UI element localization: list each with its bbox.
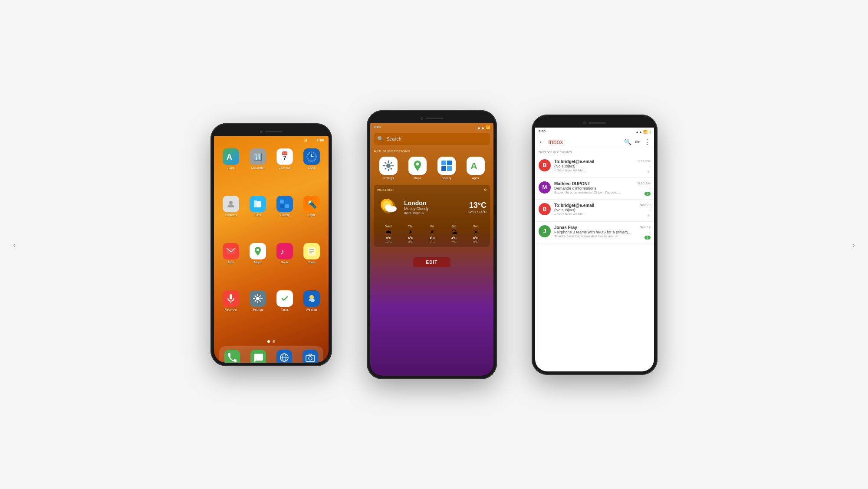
email-item-2[interactable]: M Mathieu DUPONT Demande d'informations … [535, 178, 654, 200]
svg-text:A: A [470, 161, 477, 171]
phones-container: 📶 7:00 A Apps 🔢 [0, 93, 868, 397]
phone-1: 📶 7:00 A Apps 🔢 [210, 123, 332, 366]
edit-button[interactable]: EDIT [413, 257, 451, 267]
phone3-status-icons: ▲▲ 📶 🔋 [635, 129, 651, 134]
email-badge-2: 3 [644, 192, 651, 196]
email-read-3: 👁 [647, 213, 651, 218]
app-clock[interactable]: Clock [300, 148, 323, 192]
messages-icon [250, 350, 266, 363]
weather-desc: Mostly Cloudy [404, 207, 464, 211]
svg-rect-39 [447, 166, 452, 171]
app-mail[interactable]: Mail [219, 243, 243, 287]
forecast-thu-icon: ☀ [408, 229, 414, 236]
svg-text:♪: ♪ [280, 247, 284, 256]
app-settings[interactable]: Settings [246, 290, 270, 334]
svg-point-35 [416, 162, 419, 165]
app-recorder[interactable]: Recorder [219, 290, 243, 334]
phone-3: 9:00 ▲▲ 📶 🔋 ← Inbox 🔍 ✏ ⋮ Next poll in 2… [532, 115, 658, 375]
search-email-icon[interactable]: 🔍 [624, 138, 631, 145]
phone3-screen: 9:00 ▲▲ 📶 🔋 ← Inbox 🔍 ✏ ⋮ Next poll in 2… [535, 128, 654, 371]
app-files[interactable]: Files [246, 196, 270, 240]
phone1-app-grid: A Apps 🔢 Calculator MAY [214, 144, 329, 338]
phone3-top-bar [535, 118, 654, 128]
email-content-1: To:bridget@e.email (No subject) – Sent f… [554, 159, 634, 172]
email-subject-4: Fairphone 3 teams with /e/OS for a priva… [554, 230, 636, 234]
email-sender-3: To:bridget@e.email [554, 203, 636, 208]
weather-forecast: Wed 🌧 8°C 12°C Thu ☀ 6°C 9°C Fri [377, 225, 487, 243]
phone3-speaker [589, 122, 606, 124]
email-item-4[interactable]: J Jonas Fray Fairphone 3 teams with /e/O… [535, 222, 654, 243]
forecast-sat: Sat 🌤 4°C 7°C [451, 225, 457, 243]
suggested-apps-label: Apps [472, 177, 479, 180]
email-item-1[interactable]: B To:bridget@e.email (No subject) – Sent… [535, 156, 654, 178]
phone-app-icon [224, 350, 240, 363]
phone3-time: 9:00 [539, 129, 546, 133]
settings-icon [250, 290, 266, 307]
notes-icon [303, 243, 320, 259]
left-arrow-icon[interactable]: ‹ [13, 240, 16, 249]
weather-city: London [404, 200, 464, 207]
suggested-gallery-label: Gallery [441, 177, 451, 180]
app-music[interactable]: ♪ Music [273, 243, 296, 287]
dock-messages[interactable] [250, 350, 266, 363]
gallery-icon [276, 196, 293, 212]
dock-camera[interactable] [302, 350, 318, 363]
app-maps[interactable]: Maps [246, 243, 270, 287]
phone2-status-icons: ▲▲ 📶 [477, 125, 490, 129]
suggested-gallery[interactable]: Gallery [437, 157, 456, 180]
right-arrow-icon[interactable]: › [852, 240, 855, 249]
edit-email-icon[interactable]: ✏ [635, 138, 640, 145]
app-light[interactable]: 🔦 Light [300, 196, 323, 240]
phone2-status-bar: 9:00 ▲▲ 📶 [370, 123, 493, 131]
app-gallery[interactable]: Gallery [273, 196, 296, 240]
email-item-3[interactable]: B To:bridget@e.email (No subject) – Sent… [535, 200, 654, 222]
more-email-icon[interactable]: ⋮ [644, 138, 651, 146]
svg-text:▲▲ 📶: ▲▲ 📶 [477, 125, 490, 129]
phone1-camera [260, 130, 263, 133]
svg-rect-31 [306, 355, 315, 361]
suggested-maps[interactable]: Maps [408, 157, 427, 180]
email-preview-3: – Sent from /e/ Mail. [554, 212, 636, 216]
app-weather[interactable]: Weather [300, 290, 323, 334]
app-tasks[interactable]: Tasks [273, 290, 296, 334]
dock-phone[interactable] [224, 350, 240, 363]
notes-label: Notes [308, 261, 316, 264]
svg-rect-13 [285, 204, 289, 208]
app-calculator[interactable]: 🔢 Calculator [246, 148, 270, 192]
weather-widget: WEATHER ⚙ [374, 185, 490, 247]
email-arrow-1: › [649, 164, 651, 169]
svg-point-27 [310, 299, 315, 302]
app-notes[interactable]: Notes [300, 243, 323, 287]
svg-rect-38 [441, 166, 446, 171]
forecast-fri-low: 7°C [430, 240, 435, 243]
app-apps[interactable]: A Apps [219, 148, 243, 192]
search-icon: 🔍 [377, 136, 384, 142]
forecast-sat-low: 7°C [451, 240, 457, 243]
dock-browser[interactable] [276, 350, 292, 363]
inbox-title: Inbox [548, 138, 621, 145]
app-calendar[interactable]: MAY 7 Calendar [273, 148, 296, 192]
forecast-wed: Wed 🌧 8°C 12°C [385, 225, 392, 243]
email-read-1: 👁 [647, 170, 651, 174]
phone1-screen: 📶 7:00 A Apps 🔢 [214, 136, 329, 363]
forecast-sat-label: Sat [452, 225, 457, 228]
phone2-screen: 9:00 ▲▲ 📶 🔍 Search APP SUGGESTIONS S [370, 123, 493, 376]
email-time-1: 3:23 PM [638, 159, 651, 163]
calendar-label: Calendar [279, 166, 291, 169]
forecast-sun: Sun ☀ 6°C 9°C [473, 225, 479, 243]
files-icon [250, 196, 266, 212]
svg-rect-22 [230, 294, 232, 299]
email-preview-1: – Sent from /e/ Mail. [554, 168, 634, 172]
suggested-settings-label: Settings [383, 177, 394, 180]
suggested-settings[interactable]: Settings [379, 157, 398, 180]
email-subtitle: Next poll in 2 minutes [535, 149, 654, 156]
suggested-apps[interactable]: A Apps [467, 157, 485, 180]
weather-main: London Mostly Cloudy 82%, 9kph S 13°C 12… [377, 194, 487, 220]
email-back-btn[interactable]: ← [539, 138, 545, 145]
app-contacts[interactable]: Contacts [219, 196, 243, 240]
weather-settings-icon[interactable]: ⚙ [484, 188, 487, 192]
phone2-search-bar[interactable]: 🔍 Search [374, 133, 490, 145]
svg-rect-36 [441, 161, 446, 165]
svg-point-32 [309, 357, 312, 360]
recorder-label: Recorder [225, 308, 237, 311]
